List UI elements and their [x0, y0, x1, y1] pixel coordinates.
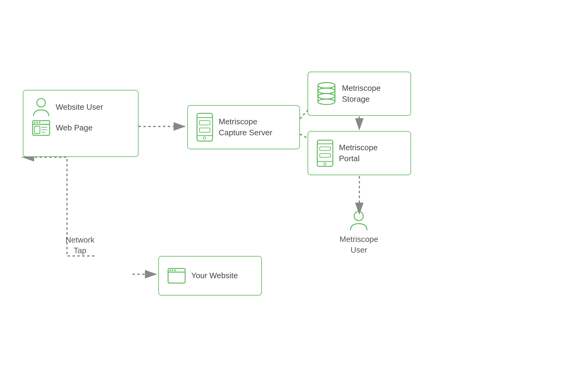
metriscope-user-label: Metriscope User — [340, 234, 378, 255]
svg-point-39 — [174, 270, 176, 271]
capture-server-label: Metriscope Capture Server — [219, 116, 272, 138]
node-website-user: Website User Web Page — [23, 90, 139, 157]
diagram-container: Website User Web Page — [0, 0, 588, 369]
svg-rect-5 — [34, 126, 40, 133]
node-your-website: Your Website — [158, 256, 262, 296]
svg-point-10 — [37, 122, 38, 123]
portal-icon — [317, 140, 333, 167]
webpage-icon — [32, 120, 50, 136]
svg-rect-33 — [320, 154, 330, 157]
svg-rect-16 — [199, 128, 210, 132]
node-capture-server: Metriscope Capture Server — [187, 105, 300, 149]
network-tap-label: Network Tap — [65, 235, 94, 256]
storage-label: Metriscope Storage — [342, 83, 381, 104]
svg-point-34 — [324, 163, 326, 165]
svg-point-38 — [172, 270, 174, 271]
portal-label: Metriscope Portal — [339, 142, 378, 164]
capture-server-icon — [196, 113, 213, 142]
storage-icon — [317, 82, 336, 106]
person-icon — [32, 97, 50, 117]
svg-point-28 — [318, 99, 335, 105]
website-user-label: Website User — [56, 102, 103, 112]
svg-point-11 — [39, 122, 40, 123]
metriscope-user-icon — [349, 210, 369, 232]
svg-point-40 — [354, 211, 363, 221]
svg-point-9 — [34, 122, 36, 123]
webpage-label: Web Page — [56, 122, 93, 133]
svg-point-18 — [318, 83, 335, 88]
svg-point-22 — [318, 88, 335, 94]
metriscope-user-container: Metriscope User — [340, 210, 378, 255]
svg-rect-32 — [320, 147, 330, 151]
your-website-label: Your Website — [191, 270, 238, 281]
svg-rect-15 — [199, 121, 210, 125]
svg-point-17 — [203, 137, 206, 139]
your-website-icon — [167, 268, 186, 284]
arrows-svg — [0, 0, 588, 369]
svg-point-37 — [170, 270, 171, 271]
node-metriscope-portal: Metriscope Portal — [308, 131, 411, 175]
svg-point-25 — [318, 94, 335, 99]
svg-point-2 — [37, 98, 45, 107]
node-metriscope-storage: Metriscope Storage — [308, 72, 411, 116]
